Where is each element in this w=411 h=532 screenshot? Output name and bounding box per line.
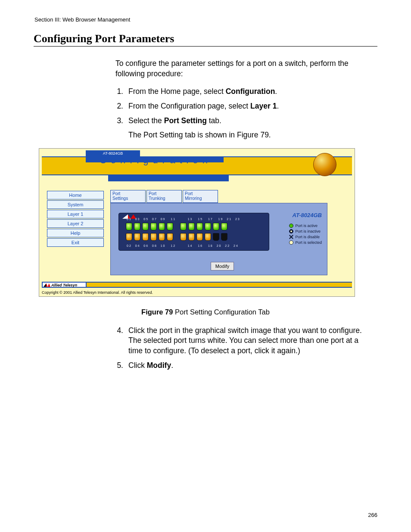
port-08[interactable] <box>150 233 157 241</box>
port-numbers-bottom: 02 04 06 08 10 12 14 16 18 20 22 24 <box>127 244 239 247</box>
port-07[interactable] <box>150 223 157 230</box>
port-10[interactable] <box>159 233 165 241</box>
port-numbers-top: 01 03 05 07 09 11 13 15 17 19 21 23 <box>127 218 240 221</box>
step-5: 5. Click Modify. <box>115 361 372 371</box>
intro-paragraph: To configure the parameter settings for … <box>115 59 372 79</box>
globe-icon <box>313 153 336 176</box>
tab-port-settings[interactable]: Port Settings <box>110 190 146 203</box>
port-02[interactable] <box>126 233 132 241</box>
nav-layer2[interactable]: Layer 2 <box>47 219 104 228</box>
step-3: 3. Select the Port Setting tab. <box>115 116 372 126</box>
step-text: Select the Port Setting tab. <box>128 116 372 126</box>
page-title: Configuring Port Parameters <box>34 32 377 45</box>
model-label: AT-8024GB <box>293 212 322 218</box>
legend-selected-icon <box>289 240 293 245</box>
footer-brand: Allied Telesyn <box>42 282 87 288</box>
port-13[interactable] <box>180 223 187 230</box>
step-1: 1. From the Home page, select Configurat… <box>115 87 372 97</box>
port-22[interactable] <box>213 233 219 241</box>
port-row-top <box>126 223 227 230</box>
step-number: 2. <box>115 101 123 112</box>
port-18[interactable] <box>196 233 203 241</box>
figure-screenshot: AT-8024GB Configuration Home System Laye… <box>39 148 355 297</box>
port-05[interactable] <box>142 223 149 230</box>
figure-79: AT-8024GB Configuration Home System Laye… <box>34 148 377 297</box>
port-19[interactable] <box>205 223 211 230</box>
port-03[interactable] <box>134 223 140 230</box>
heading-rule <box>34 46 377 47</box>
legend-inactive-icon <box>289 229 293 233</box>
port-04[interactable] <box>134 233 140 241</box>
nav-layer1[interactable]: Layer 1 <box>47 210 104 218</box>
step-number: 1. <box>115 87 123 97</box>
step-2: 2. From the Configuration page, select L… <box>115 101 372 112</box>
port-11[interactable] <box>167 223 173 230</box>
port-row-bottom <box>126 233 227 241</box>
nav-help[interactable]: Help <box>47 229 104 237</box>
port-12[interactable] <box>167 233 173 241</box>
port-24[interactable] <box>221 233 227 241</box>
procedure-list-b: 4. Click the port in the graphical switc… <box>115 326 372 371</box>
nav-system[interactable]: System <box>47 200 104 209</box>
copyright-text: Copyright © 2001 Allied Telesyn Internat… <box>42 290 153 295</box>
nav-home[interactable]: Home <box>47 191 104 199</box>
port-legend: Port is active Port is inactive Port is … <box>289 223 322 246</box>
legend-active-icon <box>289 224 293 228</box>
blue-strip <box>108 175 229 181</box>
step-text: From the Home page, select Configuration… <box>128 87 372 97</box>
brand-mark-icon <box>44 283 50 287</box>
legend-disable-icon <box>289 235 293 239</box>
step-number: 4. <box>115 326 123 356</box>
title-text: Configuration <box>100 155 212 166</box>
port-16[interactable] <box>188 233 195 241</box>
switch-graphic: 01 03 05 07 09 11 13 15 17 19 21 23 <box>118 213 269 251</box>
content-panel: AT-8024GB 01 03 05 07 09 11 13 15 17 19 … <box>110 203 327 275</box>
step-text: Click the port in the graphical switch i… <box>128 326 372 356</box>
port-23[interactable] <box>221 223 227 230</box>
port-14[interactable] <box>180 233 187 241</box>
tab-port-mirroring[interactable]: Port Mirroring <box>183 190 218 203</box>
step-number: 3. <box>115 116 123 126</box>
port-17[interactable] <box>196 223 203 230</box>
step-text: Click Modify. <box>128 361 372 371</box>
procedure-list-a: 1. From the Home page, select Configurat… <box>115 87 372 126</box>
step-4: 4. Click the port in the graphical switc… <box>115 326 372 356</box>
running-header: Section III: Web Browser Management <box>34 16 377 23</box>
tab-row: Port Settings Port Trunking Port Mirrori… <box>110 190 219 203</box>
step-text: From the Configuration page, select Laye… <box>128 101 372 112</box>
port-06[interactable] <box>142 233 149 241</box>
port-20[interactable] <box>205 233 211 241</box>
port-01[interactable] <box>126 223 132 230</box>
port-09[interactable] <box>159 223 165 230</box>
modify-button[interactable]: Modify <box>211 262 234 271</box>
step-number: 5. <box>115 361 123 371</box>
port-21[interactable] <box>213 223 219 230</box>
step-3-followup: The Port Setting tab is shown in Figure … <box>128 130 372 140</box>
figure-caption: Figure 79 Port Setting Configuration Tab <box>34 308 377 316</box>
side-nav: Home System Layer 1 Layer 2 Help Exit <box>47 191 104 248</box>
footer-bar <box>42 282 352 288</box>
nav-exit[interactable]: Exit <box>47 238 104 247</box>
tab-port-trunking[interactable]: Port Trunking <box>146 190 182 203</box>
page-number: 266 <box>368 512 377 518</box>
port-15[interactable] <box>188 223 195 230</box>
